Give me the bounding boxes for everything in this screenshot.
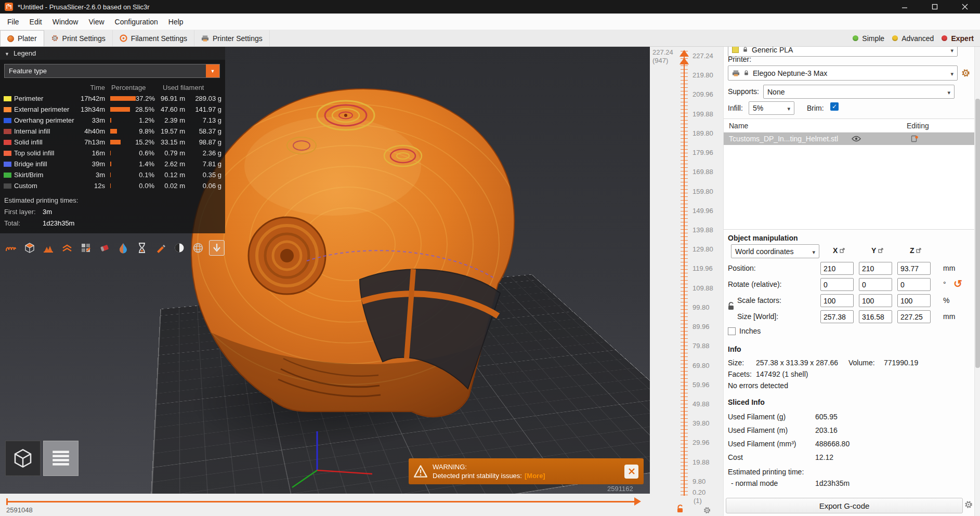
editing-icon[interactable] — [911, 135, 918, 142]
sidebar-scrollbar[interactable] — [974, 47, 980, 516]
menu-view[interactable]: View — [83, 14, 109, 30]
position-z-input[interactable] — [897, 262, 931, 275]
brim-checkbox[interactable] — [830, 102, 839, 111]
lock-icon — [742, 47, 748, 53]
feature-grams: 0.06 g — [188, 182, 224, 190]
warning-close-button[interactable] — [624, 465, 638, 479]
filament-select[interactable]: Generic PLA — [728, 47, 958, 57]
hourglass-icon[interactable] — [134, 240, 150, 256]
slicer-settings-gear-icon[interactable] — [964, 500, 973, 509]
maximize-button[interactable] — [920, 0, 950, 14]
mode-simple[interactable]: Simple — [862, 34, 884, 43]
axis-box-icon — [878, 248, 883, 253]
coordinates-value: World coordinates — [735, 247, 794, 256]
printer-settings-gear-icon[interactable] — [961, 68, 971, 78]
uniform-scale-lock-icon[interactable] — [727, 301, 735, 311]
position-x-input[interactable] — [820, 262, 854, 275]
sphere-icon[interactable] — [172, 240, 187, 256]
rotate-x-input[interactable] — [820, 278, 854, 291]
mode-advanced[interactable]: Advanced — [901, 34, 934, 43]
position-y-input[interactable] — [859, 262, 892, 275]
current-layer-number: (947) — [652, 57, 673, 65]
size-info-label: Size: — [728, 359, 744, 367]
normal-mode-label: - normal mode — [731, 479, 778, 487]
move-slider-arrow-handle[interactable] — [634, 497, 641, 506]
close-icon — [962, 4, 968, 10]
helmet-ear-disc — [249, 217, 325, 294]
droplet-icon[interactable] — [115, 240, 131, 256]
warning-more-link[interactable]: [More] — [525, 472, 545, 480]
tab-filament-settings[interactable]: Filament Settings — [113, 30, 194, 46]
close-button[interactable] — [950, 0, 980, 14]
texture-icon[interactable] — [78, 240, 94, 256]
inches-checkbox[interactable] — [728, 327, 736, 335]
coordinates-select[interactable]: World coordinates — [731, 244, 819, 258]
view-type-select[interactable]: Feature type — [4, 64, 220, 78]
marker-icon[interactable] — [153, 240, 168, 256]
tick-label: 69.80 — [692, 362, 713, 369]
feature-pct: 9.8% — [139, 127, 154, 135]
layer-preview-view-button[interactable] — [43, 441, 79, 476]
menu-file[interactable]: File — [2, 14, 24, 30]
layer-lock-icon[interactable] — [676, 504, 684, 513]
warning-message: Detected print stability issues:[More] — [433, 471, 545, 480]
size-y-input[interactable] — [859, 310, 892, 323]
dropdown-caret-icon — [787, 104, 790, 112]
3d-editor-view-button[interactable] — [5, 441, 41, 476]
printer-select[interactable]: Elegoo Neptune-3 Max — [728, 65, 958, 81]
infill-value: 5% — [753, 104, 763, 112]
mode-expert[interactable]: Expert — [951, 34, 974, 43]
supports-select[interactable]: None — [763, 85, 955, 99]
tab-plater[interactable]: Plater — [0, 30, 44, 46]
menu-help[interactable]: Help — [163, 14, 189, 30]
legend-row: Perimeter 17h42m 37.2% 96.91 m 289.03 g — [0, 93, 225, 104]
supports-icon[interactable] — [41, 240, 56, 256]
collapse-arrow-icon[interactable] — [209, 240, 225, 256]
printing-time-label: Estimated printing time: — [728, 468, 804, 476]
scale-z-input[interactable] — [897, 294, 931, 307]
tab-print-settings[interactable]: Print Settings — [44, 30, 113, 46]
eraser-icon[interactable] — [97, 240, 112, 256]
tick-label: 199.88 — [692, 110, 713, 118]
tab-printer-settings[interactable]: Printer Settings — [194, 30, 270, 46]
move-slider-track[interactable] — [6, 501, 634, 502]
feature-pct: 15.2% — [135, 138, 154, 146]
legend-header[interactable]: Legend — [0, 47, 225, 60]
feature-color-swatch — [4, 151, 11, 156]
volume-value: 771990.19 — [884, 359, 918, 367]
orientation-cube-icon[interactable] — [22, 240, 37, 256]
scrollbar-thumb[interactable] — [975, 99, 980, 368]
export-gcode-button[interactable]: Export G-code — [726, 498, 963, 513]
infill-select[interactable]: 5% — [749, 101, 794, 115]
variable-layer-height-icon[interactable] — [59, 240, 75, 256]
tab-label: Plater — [18, 34, 37, 43]
dropdown-arrow-icon[interactable] — [206, 64, 219, 77]
eye-icon[interactable] — [852, 136, 861, 142]
size-x-input[interactable] — [820, 310, 854, 323]
object-row[interactable]: Tcustoms_DP_In...ting_Helmet.stl — [724, 133, 980, 145]
3d-viewport[interactable]: Legend Feature type Time Percentage Used… — [0, 47, 650, 494]
rotate-y-input[interactable] — [859, 278, 892, 291]
maximize-icon — [932, 4, 938, 10]
menu-window[interactable]: Window — [47, 14, 84, 30]
tick-label: 89.96 — [692, 323, 713, 330]
scale-y-input[interactable] — [859, 294, 892, 307]
rotate-reset-icon[interactable]: ↺ — [953, 279, 962, 289]
sliced-info-title: Sliced Info — [728, 398, 765, 406]
rotate-row: Rotate (relative): ° — [724, 278, 980, 292]
menu-edit[interactable]: Edit — [24, 14, 47, 30]
scale-x-input[interactable] — [820, 294, 854, 307]
menu-configuration[interactable]: Configuration — [110, 14, 163, 30]
size-z-input[interactable] — [897, 310, 931, 323]
rotate-z-input[interactable] — [897, 278, 931, 291]
layer-slider-upper-handle[interactable] — [680, 50, 689, 57]
layer-gcode-gear-icon[interactable] — [703, 506, 711, 514]
helmet-model[interactable] — [177, 78, 530, 421]
layer-slider-lower-handle[interactable] — [680, 58, 689, 64]
minimize-button[interactable] — [890, 0, 920, 14]
filament-coil-icon[interactable] — [3, 240, 19, 256]
wireframe-icon[interactable] — [190, 240, 206, 256]
first-layer-value: 3m — [43, 208, 52, 216]
layer-slider-track[interactable] — [684, 51, 685, 496]
feature-pct: 0.0% — [139, 182, 154, 190]
